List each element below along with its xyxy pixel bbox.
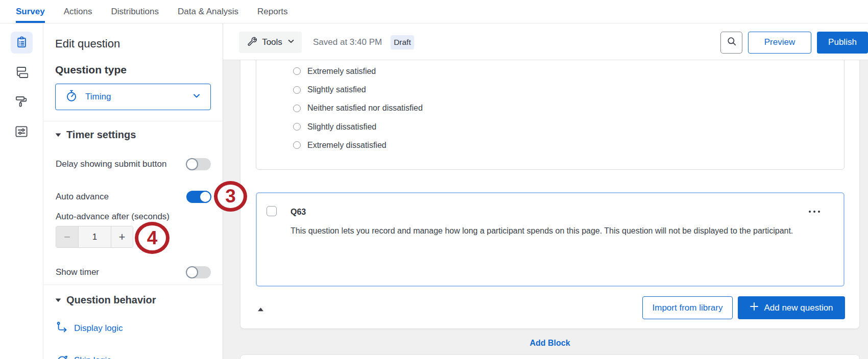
rail-item-survey-builder[interactable] <box>11 32 33 54</box>
main-area: Tools Saved at 3:40 PM Draft <box>223 23 868 359</box>
question-type-select[interactable]: Timing <box>55 84 211 110</box>
nav-tab-label: Actions <box>64 7 92 17</box>
auto-advance-after-label: Auto-advance after (seconds) <box>56 212 170 222</box>
radio-button-icon[interactable] <box>293 67 301 75</box>
survey-canvas: Extremely satisfied Slightly satisfied N… <box>223 60 868 359</box>
question-block: Extremely satisfied Slightly satisfied N… <box>240 60 860 329</box>
add-new-question-button[interactable]: Add new question <box>738 296 845 319</box>
stepper-decrement-button[interactable]: − <box>56 226 79 247</box>
publish-label: Publish <box>828 37 857 47</box>
auto-advance-label: Auto advance <box>56 192 109 202</box>
question-id: Q63 <box>291 208 306 217</box>
search-icon <box>726 35 738 49</box>
nav-tab-actions[interactable]: Actions <box>64 0 92 23</box>
plus-icon: + <box>119 230 126 244</box>
stepper-value[interactable]: 1 <box>79 226 111 247</box>
toggle-knob <box>186 266 198 278</box>
import-from-library-button[interactable]: Import from library <box>642 296 733 319</box>
clipboard-list-icon <box>15 36 28 49</box>
radio-option-row[interactable]: Extremely satisfied <box>293 65 376 78</box>
radio-option-row[interactable]: Extremely dissatisfied <box>293 139 387 151</box>
radio-button-icon[interactable] <box>293 141 301 149</box>
radio-button-icon[interactable] <box>293 105 301 112</box>
radio-button-icon[interactable] <box>293 123 301 131</box>
stepper-increment-button[interactable]: + <box>111 226 133 247</box>
radio-option-label: Extremely satisfied <box>307 67 376 76</box>
rail-item-survey-flow[interactable] <box>11 61 33 83</box>
radio-option-row[interactable]: Neither satisfied nor dissatisfied <box>293 102 423 114</box>
question-checkbox[interactable] <box>267 206 277 216</box>
chevron-down-icon <box>192 91 201 102</box>
nav-tab-label: Reports <box>257 7 288 17</box>
tools-button[interactable]: Tools <box>239 32 302 53</box>
add-block-link[interactable]: Add Block <box>240 339 860 348</box>
plus-icon <box>750 302 759 314</box>
app-body: Edit question Question type Timing <box>0 23 868 359</box>
delay-submit-toggle[interactable] <box>186 158 211 170</box>
rail-item-survey-options[interactable] <box>11 120 33 142</box>
annotation-circle-4: 4 <box>135 222 170 254</box>
stopwatch-icon <box>66 90 77 104</box>
panel-title: Edit question <box>55 37 120 50</box>
show-timer-label: Show timer <box>56 267 99 277</box>
next-question-block <box>240 354 860 359</box>
timing-question-card[interactable]: Q63 This question lets you record and ma… <box>256 192 845 287</box>
timer-settings-title: Timer settings <box>66 129 136 141</box>
display-logic-label: Display logic <box>74 323 123 334</box>
radio-option-row[interactable]: Slightly dissatisfied <box>293 121 376 133</box>
display-logic-icon <box>56 321 68 336</box>
toolbar-right-group: Preview Publish <box>720 32 868 54</box>
toggle-knob <box>186 158 198 170</box>
collapse-triangle-icon <box>55 133 61 138</box>
add-question-label: Add new question <box>764 303 833 313</box>
minus-icon: − <box>64 230 70 244</box>
timer-settings-header[interactable]: Timer settings <box>55 129 136 141</box>
saved-status-text: Saved at 3:40 PM <box>313 37 382 47</box>
nav-tab-survey[interactable]: Survey <box>16 0 45 23</box>
flow-blocks-icon <box>15 66 28 79</box>
nav-tab-data-analysis[interactable]: Data & Analysis <box>178 0 238 23</box>
radio-option-label: Extremely dissatisfied <box>307 141 387 150</box>
radio-option-row[interactable]: Slightly satisfied <box>293 84 366 96</box>
radio-button-icon[interactable] <box>293 86 301 94</box>
auto-advance-toggle[interactable] <box>186 191 211 203</box>
nav-tab-label: Distributions <box>111 7 159 17</box>
preview-button[interactable]: Preview <box>748 32 811 54</box>
divider <box>43 285 223 285</box>
display-logic-link[interactable]: Display logic <box>56 321 123 336</box>
nav-tab-reports[interactable]: Reports <box>257 0 288 23</box>
skip-logic-icon <box>56 353 68 359</box>
nav-tab-distributions[interactable]: Distributions <box>111 0 159 23</box>
preview-label: Preview <box>764 37 795 47</box>
nav-tab-label: Survey <box>16 7 45 17</box>
publish-button[interactable]: Publish <box>817 32 868 54</box>
sliders-icon <box>15 126 28 137</box>
import-label: Import from library <box>653 303 723 313</box>
question-behavior-header[interactable]: Question behavior <box>55 294 156 306</box>
collapse-block-button[interactable] <box>257 307 264 312</box>
chevron-down-icon <box>287 37 295 47</box>
question-behavior-title: Question behavior <box>66 294 156 306</box>
tools-label: Tools <box>262 37 282 47</box>
question-menu-button[interactable] <box>809 211 820 213</box>
satisfaction-question-card[interactable]: Extremely satisfied Slightly satisfied N… <box>256 60 845 170</box>
question-description: This question lets you record and manage… <box>291 226 793 236</box>
search-button[interactable] <box>720 32 742 54</box>
collapse-triangle-icon <box>55 298 61 303</box>
show-timer-toggle[interactable] <box>186 266 211 278</box>
divider <box>43 121 223 121</box>
top-nav: Survey Actions Distributions Data & Anal… <box>0 0 868 23</box>
annotation-number: 4 <box>147 227 158 249</box>
nav-tab-label: Data & Analysis <box>178 7 238 17</box>
auto-advance-seconds-stepper: − 1 + <box>56 226 133 248</box>
paint-roller-icon <box>15 96 28 108</box>
rail-item-look-and-feel[interactable] <box>11 91 33 113</box>
skip-logic-link[interactable]: Skip logic <box>56 353 111 359</box>
toggle-knob <box>199 191 211 203</box>
question-type-label: Question type <box>55 64 127 76</box>
delay-submit-label: Delay showing submit button <box>56 159 166 169</box>
radio-option-label: Slightly dissatisfied <box>307 122 376 132</box>
radio-option-label: Slightly satisfied <box>307 85 366 94</box>
radio-option-label: Neither satisfied nor dissatisfied <box>307 104 423 113</box>
draft-status-badge: Draft <box>391 35 414 49</box>
